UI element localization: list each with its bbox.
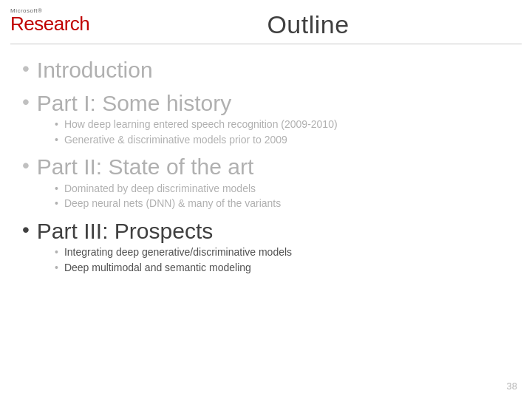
sub-bullet-part2-1: • Dominated by deep discriminative model… [55, 182, 510, 197]
sub-bullets-part1: • How deep learning entered speech recog… [55, 117, 510, 147]
sub-bullet-dot: • [55, 261, 58, 276]
sub-bullet-text-part3-2: Deep multimodal and semantic modeling [64, 261, 251, 276]
sub-bullets-part3: • Integrating deep generative/discrimina… [55, 245, 510, 275]
sub-bullets-part2: • Dominated by deep discriminative model… [55, 182, 510, 211]
bullet-dot-part3: • [22, 219, 30, 242]
sub-bullet-dot: • [55, 245, 58, 260]
slide-header: Microsoft® Research Outline [0, 0, 532, 39]
sub-bullet-part1-1: • How deep learning entered speech recog… [55, 117, 510, 132]
slide-title: Outline [267, 10, 349, 38]
bullet-part3: • Part III: Prospects [22, 219, 510, 245]
bullet-text-part1: Part I: Some history [37, 91, 231, 117]
bullet-dot-intro: • [22, 58, 30, 81]
page-number: 38 [507, 381, 517, 392]
sub-bullet-part2-2: • Deep neural nets (DNN) & many of the v… [55, 197, 510, 211]
sub-bullet-dot: • [55, 133, 58, 148]
sub-bullet-part3-1: • Integrating deep generative/discrimina… [55, 245, 510, 260]
sub-bullet-text-part2-1: Dominated by deep discriminative models [64, 182, 256, 197]
sub-bullet-text-part1-1: How deep learning entered speech recogni… [64, 117, 338, 132]
sub-bullet-dot: • [55, 117, 58, 132]
sub-bullet-text-part1-2: Generative & discriminative models prior… [64, 133, 287, 148]
title-area: Outline [99, 7, 517, 39]
bullet-text-part3: Part III: Prospects [37, 219, 213, 245]
bullet-part2: • Part II: State of the art [22, 154, 510, 180]
logo-area: Microsoft® Research [10, 7, 99, 33]
sub-bullet-dot: • [55, 182, 58, 197]
bullet-part1: • Part I: Some history [22, 91, 510, 117]
bullet-dot-part2: • [22, 154, 30, 177]
sub-bullet-part3-2: • Deep multimodal and semantic modeling [55, 261, 510, 276]
bullet-text-introduction: Introduction [37, 58, 153, 83]
slide-content: • Introduction • Part I: Some history • … [0, 44, 532, 276]
sub-bullet-dot: • [55, 197, 58, 211]
slide: Microsoft® Research Outline • Introducti… [0, 0, 532, 399]
bullet-dot-part1: • [22, 91, 30, 114]
sub-bullet-part1-2: • Generative & discriminative models pri… [55, 133, 510, 148]
sub-bullet-text-part2-2: Deep neural nets (DNN) & many of the var… [64, 197, 281, 211]
bullet-text-part2: Part II: State of the art [37, 154, 253, 180]
sub-bullet-text-part3-1: Integrating deep generative/discriminati… [64, 245, 292, 260]
research-label: Research [10, 14, 99, 33]
bullet-introduction: • Introduction [22, 58, 510, 83]
